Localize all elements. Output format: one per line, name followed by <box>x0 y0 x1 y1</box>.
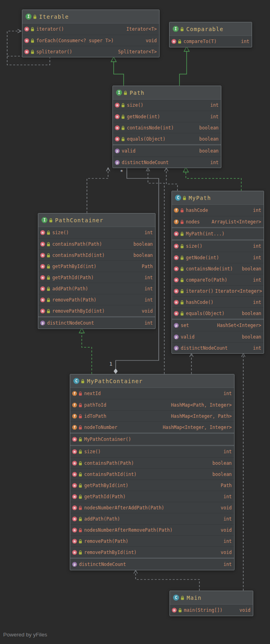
member-row-set[interactable]: psetHashSet<Integer> <box>172 320 264 331</box>
member-row-containsnode-int[interactable]: mcontainsNode(int)boolean <box>113 122 221 133</box>
member-name: compareTo(Path) <box>186 277 227 283</box>
member-row-getnode-int[interactable]: mgetNode(int)int <box>113 111 221 122</box>
class-node-mypath[interactable]: CMyPathfhashCodeintfnodesArrayList<Integ… <box>171 191 264 354</box>
member-row-getpathbyid-int[interactable]: mgetPathById(int)Path <box>70 480 234 491</box>
member-row-main-string[interactable]: mmain(String[])void <box>170 605 253 616</box>
node-header[interactable]: CMyPath <box>172 191 264 205</box>
class-node-path[interactable]: IPathmsize()intmgetNode(int)intmcontains… <box>112 86 221 168</box>
member-row-valid[interactable]: pvalidboolean <box>172 331 264 342</box>
member-name: main(String[]) <box>184 607 223 613</box>
member-row-containspathid-int[interactable]: mcontainsPathId(int)boolean <box>38 249 155 260</box>
class-node-mypathcontainer[interactable]: CMyPathContainerfnextIdintfpathToIdHashM… <box>70 374 235 570</box>
member-row-getpathbyid-int[interactable]: mgetPathById(int)Path <box>38 260 155 272</box>
member-row-nodetonumber[interactable]: fnodeToNumberHashMap<Integer, Integer> <box>70 421 234 433</box>
member-row-containspath-path[interactable]: mcontainsPath(Path)boolean <box>70 457 234 468</box>
field-icon: f <box>174 219 179 224</box>
member-row-nodesnumberafteraddpath-path[interactable]: mnodesNumberAfterAddPath(Path)void <box>70 502 234 513</box>
public-lock-icon <box>180 255 184 260</box>
method-icon: m <box>115 103 120 108</box>
public-lock-icon <box>121 114 125 119</box>
member-row-compareto-t[interactable]: mcompareTo(T)int <box>169 36 252 47</box>
member-name: size() <box>84 449 101 454</box>
member-row-equals-object[interactable]: mequals(Object)boolean <box>113 133 221 144</box>
class-node-pathcontainer[interactable]: IPathContainermsize()intmcontainsPath(Pa… <box>38 213 156 329</box>
member-row-getpathid-path[interactable]: mgetPathId(Path)int <box>38 272 155 283</box>
member-row-spliterator[interactable]: mspliterator()Spliterator<T> <box>22 46 159 57</box>
public-lock-icon <box>180 27 184 31</box>
member-row-getpathid-path[interactable]: mgetPathId(Path)int <box>70 491 234 502</box>
member-row-size[interactable]: msize()int <box>70 446 234 457</box>
node-header[interactable]: CMyPathContainer <box>70 374 234 388</box>
class-node-iterable[interactable]: IIterablemiterator()Iterator<T>mforEach(… <box>22 10 160 57</box>
member-row-equals-object[interactable]: mequals(Object)boolean <box>172 307 264 319</box>
public-lock-icon <box>47 253 50 258</box>
node-header[interactable]: IPath <box>113 86 221 100</box>
member-row-removepathbyid-int[interactable]: mremovePathById(int)void <box>70 546 234 558</box>
member-row-nodesnumberafterremovepath-path[interactable]: mnodesNumberAfterRemovePath(Path)void <box>70 524 234 535</box>
private-lock-icon <box>79 425 82 430</box>
private-lock-icon <box>79 528 82 532</box>
class-icon: C <box>173 595 179 601</box>
member-type: Path <box>219 483 232 488</box>
method-icon: m <box>174 255 179 260</box>
member-row-removepath-path[interactable]: mremovePath(Path)int <box>70 535 234 546</box>
field-icon: f <box>72 414 77 419</box>
member-row-size[interactable]: msize()int <box>38 227 155 238</box>
member-row-pathtoid[interactable]: fpathToIdHashMap<Path, Integer> <box>70 399 234 410</box>
member-row-addpath-path[interactable]: maddPath(Path)int <box>70 513 234 524</box>
method-icon: m <box>174 289 179 294</box>
member-row-idtopath[interactable]: fidToPathHashMap<Integer, Path> <box>70 410 234 421</box>
member-row-mypath-int[interactable]: mMyPath(int...) <box>172 228 264 239</box>
member-row-removepathbyid-int[interactable]: mremovePathById(int)void <box>38 305 155 316</box>
member-row-hashcode[interactable]: mhashCode()int <box>172 296 264 307</box>
member-row-size[interactable]: msize()int <box>172 241 264 252</box>
member-row-distinctnodecount[interactable]: pdistinctNodeCountint <box>172 342 264 353</box>
public-lock-icon <box>47 309 50 313</box>
member-row-iterator[interactable]: miterator()Iterator<T> <box>22 23 159 35</box>
member-name: distinctNodeCount <box>181 345 228 351</box>
member-row-distinctnodecount[interactable]: pdistinctNodeCountint <box>38 317 155 329</box>
member-name: containsPath(Path) <box>84 460 134 466</box>
constructor-icon: m <box>72 437 77 442</box>
node-header[interactable]: IIterable <box>22 10 159 23</box>
member-row-distinctnodecount[interactable]: pdistinctNodeCountint <box>113 157 221 168</box>
member-row-nodes[interactable]: fnodesArrayList<Integer> <box>172 216 264 227</box>
member-type: int <box>239 39 249 44</box>
member-row-containspathid-int[interactable]: mcontainsPathId(int)boolean <box>70 468 234 480</box>
diagram-canvas[interactable]: IIterablemiterator()Iterator<T>mforEach(… <box>0 0 270 644</box>
node-header[interactable]: IPathContainer <box>38 213 155 227</box>
member-row-distinctnodecount[interactable]: pdistinctNodeCountint <box>70 559 234 570</box>
public-lock-icon <box>31 38 34 43</box>
member-type: void <box>219 505 232 511</box>
node-header[interactable]: CMain <box>170 591 253 605</box>
class-node-comparable[interactable]: IComparablemcompareTo(T)int <box>169 22 252 47</box>
member-row-getnode-int[interactable]: mgetNode(int)int <box>172 252 264 263</box>
public-lock-icon <box>180 278 184 282</box>
member-name: getPathId(Path) <box>52 275 94 280</box>
member-row-foreach-consumer-super-t[interactable]: mforEach(Consumer<? super T>)void <box>22 35 159 46</box>
method-icon: m <box>40 242 45 247</box>
member-row-nextid[interactable]: fnextIdint <box>70 388 234 399</box>
member-row-hashcode[interactable]: fhashCodeint <box>172 205 264 216</box>
member-name: containsNode(int) <box>127 125 174 131</box>
member-row-containsnode-int[interactable]: mcontainsNode(int)boolean <box>172 263 264 274</box>
node-title: Path <box>130 90 144 96</box>
node-header[interactable]: IComparable <box>169 22 252 36</box>
member-name: getNode(int) <box>186 255 219 260</box>
member-row-iterator[interactable]: miterator()Iterator<Integer> <box>172 285 264 296</box>
member-row-addpath-path[interactable]: maddPath(Path)int <box>38 283 155 294</box>
class-icon: C <box>175 195 181 201</box>
method-icon: m <box>174 300 179 305</box>
member-name: nodesNumberAfterRemovePath(Path) <box>84 527 173 533</box>
class-node-main[interactable]: CMainmmain(String[])void <box>169 591 253 616</box>
member-type: int <box>251 299 261 305</box>
method-icon: m <box>172 608 177 613</box>
member-row-size[interactable]: msize()int <box>113 100 221 111</box>
member-row-removepath-path[interactable]: mremovePath(Path)int <box>38 294 155 305</box>
method-icon: m <box>72 517 77 521</box>
member-row-valid[interactable]: pvalidboolean <box>113 145 221 157</box>
member-row-compareto-path[interactable]: mcompareTo(Path)int <box>172 274 264 285</box>
member-row-containspath-path[interactable]: mcontainsPath(Path)boolean <box>38 238 155 249</box>
member-row-mypathcontainer[interactable]: mMyPathContainer() <box>70 434 234 445</box>
section-properties: pdistinctNodeCountint <box>70 559 234 570</box>
